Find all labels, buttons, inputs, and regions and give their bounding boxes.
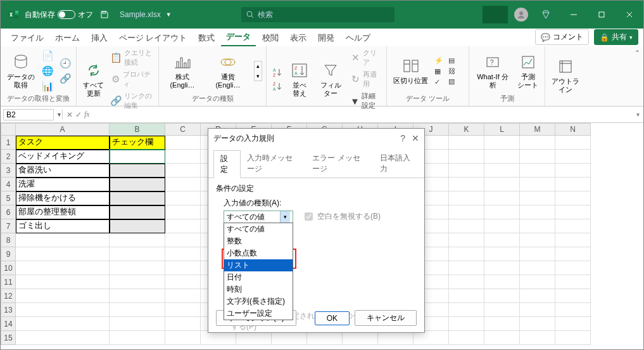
row-header[interactable]: 2 <box>1 150 16 164</box>
cell-B1[interactable]: チェック欄 <box>110 136 165 150</box>
stocks-datatype[interactable]: 株式 (Engli… <box>163 51 202 91</box>
tab-home[interactable]: ホーム <box>50 30 85 46</box>
forecast-sheet-button[interactable]: 予測 シート <box>515 51 541 91</box>
cell-A5[interactable]: 掃除機をかける <box>16 191 110 205</box>
fx-icon[interactable]: fx <box>84 110 90 119</box>
whatif-button[interactable]: ? What-If 分析 <box>473 51 512 91</box>
datatype-nav[interactable]: ▴ ▾ <box>254 61 262 81</box>
recent-sources-icon[interactable]: 🕘 <box>58 56 73 70</box>
allow-option-whole[interactable]: 整数 <box>224 235 293 247</box>
col-header-B[interactable]: B <box>110 123 165 136</box>
dialog-close-icon[interactable]: ✕ <box>412 133 419 143</box>
row-header[interactable]: 1 <box>1 136 16 150</box>
cell-B3[interactable] <box>110 164 165 178</box>
col-header-M[interactable]: M <box>520 123 555 136</box>
filename[interactable]: Sample.xlsx <box>120 10 161 19</box>
row-header[interactable]: 15 <box>1 331 16 345</box>
allow-option-time[interactable]: 時刻 <box>224 283 293 295</box>
row-header[interactable]: 9 <box>1 247 16 261</box>
row-header[interactable]: 13 <box>1 303 16 317</box>
tab-developer[interactable]: 開発 <box>313 30 339 46</box>
relationships-icon[interactable]: ⛓ <box>447 67 457 75</box>
tab-data[interactable]: データ <box>221 29 256 46</box>
cell-B5[interactable] <box>110 191 165 205</box>
text-to-columns-button[interactable]: 区切り位置 <box>391 55 431 86</box>
consolidate-icon[interactable]: ▤ <box>447 56 457 65</box>
diamond-icon[interactable] <box>532 1 560 29</box>
cell-B6[interactable] <box>110 205 165 219</box>
account-avatar[interactable] <box>514 8 528 22</box>
enter-formula-icon[interactable]: ✓ <box>75 110 82 119</box>
cell-B7[interactable] <box>110 219 165 233</box>
tab-view[interactable]: 表示 <box>285 30 312 46</box>
advanced-filter[interactable]: ▼詳細設定 <box>349 91 382 111</box>
row-header[interactable]: 10 <box>1 261 16 275</box>
formula-bar[interactable] <box>96 110 633 120</box>
get-data-button[interactable]: データの 取得 <box>4 51 37 91</box>
dialog-tab-settings[interactable]: 設定 <box>213 150 241 178</box>
dialog-help-icon[interactable]: ? <box>400 133 405 143</box>
cell-A6[interactable]: 部屋の整理整頓 <box>16 205 110 219</box>
allow-option-list[interactable]: リスト <box>224 259 293 271</box>
cell-A7[interactable]: ゴミ出し <box>16 219 110 233</box>
sort-button[interactable]: ZA 並べ替え <box>287 60 313 99</box>
refresh-all-button[interactable]: すべて 更新 <box>80 60 106 99</box>
row-header[interactable]: 4 <box>1 178 16 191</box>
col-header-L[interactable]: L <box>484 123 520 136</box>
cell-B2[interactable] <box>110 150 165 164</box>
row-header[interactable]: 7 <box>1 219 16 233</box>
col-header-C[interactable]: C <box>165 123 201 136</box>
tab-insert[interactable]: 挿入 <box>86 30 113 46</box>
cancel-formula-icon[interactable]: ✕ <box>66 110 73 119</box>
autosave-toggle[interactable]: 自動保存 オフ <box>25 10 93 20</box>
account-block[interactable] <box>483 6 508 23</box>
close-button[interactable] <box>616 1 643 29</box>
name-box[interactable] <box>3 109 54 120</box>
tab-page-layout[interactable]: ページ レイアウト <box>114 30 192 46</box>
from-web-icon[interactable]: 🌐 <box>40 64 55 78</box>
row-header[interactable]: 14 <box>1 317 16 331</box>
row-header[interactable]: 12 <box>1 289 16 303</box>
from-text-csv-icon[interactable]: 📄 <box>40 49 55 63</box>
col-header-N[interactable]: N <box>555 123 591 136</box>
cell-A4[interactable]: 洗濯 <box>16 178 110 191</box>
dialog-tab-ime[interactable]: 日本語入力 <box>374 150 419 178</box>
remove-duplicates-icon[interactable]: ▦ <box>433 67 445 76</box>
allow-option-custom[interactable]: ユーザー設定 <box>224 308 293 320</box>
share-button[interactable]: 🔒 共有 ▾ <box>594 29 638 45</box>
tab-formulas[interactable]: 数式 <box>193 30 220 46</box>
col-header-K[interactable]: K <box>449 123 484 136</box>
search-box[interactable]: 検索 <box>241 7 395 22</box>
allow-option-all[interactable]: すべての値 <box>224 223 293 235</box>
dialog-tab-input-message[interactable]: 入力時メッセージ <box>241 150 306 178</box>
tab-help[interactable]: ヘルプ <box>341 30 376 46</box>
flash-fill-icon[interactable]: ⚡ <box>433 56 445 65</box>
allow-option-date[interactable]: 日付 <box>224 271 293 283</box>
outline-button[interactable]: アウトラ イン <box>549 56 582 95</box>
tab-file[interactable]: ファイル <box>6 30 49 46</box>
currency-datatype[interactable]: 通貨 (Engli… <box>208 51 248 91</box>
allow-combobox[interactable]: すべての値 ▾ すべての値 整数 小数点数 リスト 日付 時刻 文字列(長さ指定… <box>224 211 293 223</box>
cell-B4[interactable] <box>110 178 165 191</box>
manage-data-model-icon[interactable]: ▧ <box>447 77 457 86</box>
allow-option-textlength[interactable]: 文字列(長さ指定) <box>224 295 293 308</box>
cell-A1[interactable]: タスク <box>16 136 110 150</box>
save-icon[interactable] <box>98 8 111 21</box>
cancel-button[interactable]: キャンセル <box>355 310 417 326</box>
allow-option-decimal[interactable]: 小数点数 <box>224 247 293 259</box>
cell-A2[interactable]: ベッドメイキング <box>16 150 110 164</box>
collapse-ribbon-icon[interactable]: ˄ <box>631 46 643 106</box>
expand-formula-bar-icon[interactable]: ▾ <box>633 111 643 118</box>
maximize-button[interactable] <box>588 1 616 29</box>
chevron-down-icon[interactable]: ▾ <box>280 211 290 223</box>
ok-button[interactable]: OK <box>315 311 350 325</box>
sort-asc-icon[interactable]: AZ <box>270 66 284 79</box>
select-all-corner[interactable] <box>1 123 16 136</box>
queries-connections-item[interactable]: 📋クエリと接続 <box>109 48 155 68</box>
comments-button[interactable]: 💬 コメント <box>535 29 589 45</box>
filter-button[interactable]: フィルター <box>315 60 346 99</box>
minimize-button[interactable] <box>560 1 588 29</box>
row-header[interactable]: 8 <box>1 233 16 247</box>
row-header[interactable]: 11 <box>1 275 16 289</box>
row-header[interactable]: 3 <box>1 164 16 178</box>
